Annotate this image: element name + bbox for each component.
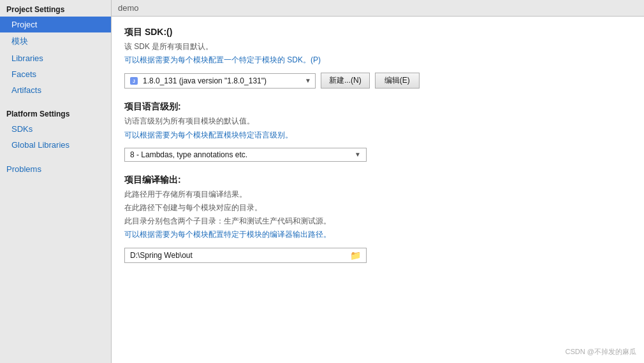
main-content: demo 项目 SDK:() 该 SDK 是所有项目默认。 可以根据需要为每个模… — [112, 0, 644, 363]
top-bar: demo — [112, 0, 644, 17]
output-desc1: 此路径用于存储所有项目编译结果。 — [124, 189, 631, 201]
sdk-dropdown-arrow: ▼ — [305, 77, 311, 84]
output-path-row[interactable]: D:\Spring Web\out 📁 — [124, 248, 367, 263]
lang-dropdown-arrow: ▼ — [355, 151, 361, 158]
sidebar-item-modules[interactable]: 模块 — [0, 32, 111, 50]
sidebar-item-artifacts[interactable]: Artifacts — [0, 82, 111, 98]
sidebar-item-problems[interactable]: Problems — [0, 159, 111, 177]
java-icon: J — [129, 76, 139, 86]
content-area: 项目 SDK:() 该 SDK 是所有项目默认。 可以根据需要为每个模块配置一个… — [112, 17, 644, 363]
new-sdk-button[interactable]: 新建...(N) — [321, 73, 370, 89]
sdk-section-title: 项目 SDK:() — [124, 27, 631, 38]
output-desc2: 在此路径下创建与每个模块对应的目录。 — [124, 202, 631, 214]
svg-text:J: J — [133, 79, 135, 83]
lang-level-dropdown[interactable]: 8 - Lambdas, type annotations etc. ▼ — [124, 148, 367, 162]
sidebar-item-libraries[interactable]: Libraries — [0, 50, 111, 66]
lang-desc1: 访语言级别为所有项目模块的默认值。 — [124, 115, 631, 127]
sdk-section: 项目 SDK:() 该 SDK 是所有项目默认。 可以根据需要为每个模块配置一个… — [124, 27, 631, 89]
watermark: CSDN @不掉发的麻瓜 — [566, 347, 636, 357]
output-desc4: 可以根据需要为每个模块配置特定于模块的编译器输出路径。 — [124, 229, 631, 241]
sdk-dropdown-text: 1.8.0_131 (java version "1.8.0_131") — [143, 76, 305, 85]
sdk-row: J 1.8.0_131 (java version "1.8.0_131") ▼… — [124, 73, 631, 89]
folder-icon[interactable]: 📁 — [350, 250, 361, 260]
platform-settings-heading: Platform Settings — [0, 104, 111, 121]
lang-dropdown-text: 8 - Lambdas, type annotations etc. — [130, 150, 355, 159]
lang-desc2: 可以根据需要为每个模块配置模块特定语言级别。 — [124, 129, 631, 141]
output-section: 项目编译输出: 此路径用于存储所有项目编译结果。 在此路径下创建与每个模块对应的… — [124, 174, 631, 263]
project-settings-heading: Project Settings — [0, 0, 111, 17]
output-desc3: 此目录分别包含两个子目录：生产和测试生产代码和测试源。 — [124, 215, 631, 227]
sdk-dropdown[interactable]: J 1.8.0_131 (java version "1.8.0_131") ▼ — [124, 73, 316, 89]
sidebar-item-global-libraries[interactable]: Global Libraries — [0, 137, 111, 153]
lang-section-title: 项目语言级别: — [124, 101, 631, 113]
sdk-desc1: 该 SDK 是所有项目默认。 — [124, 41, 631, 53]
lang-section: 项目语言级别: 访语言级别为所有项目模块的默认值。 可以根据需要为每个模块配置模… — [124, 101, 631, 161]
edit-sdk-button[interactable]: 编辑(E) — [375, 73, 420, 89]
sidebar-item-facets[interactable]: Facets — [0, 66, 111, 82]
output-path-text: D:\Spring Web\out — [130, 251, 346, 260]
sidebar-item-project[interactable]: Project — [0, 17, 111, 32]
sidebar: Project Settings Project 模块 Libraries Fa… — [0, 0, 112, 363]
output-section-title: 项目编译输出: — [124, 174, 631, 186]
sidebar-item-sdks[interactable]: SDKs — [0, 121, 111, 137]
sdk-desc2: 可以根据需要为每个模块配置一个特定于模块的 SDK。(P) — [124, 54, 631, 66]
